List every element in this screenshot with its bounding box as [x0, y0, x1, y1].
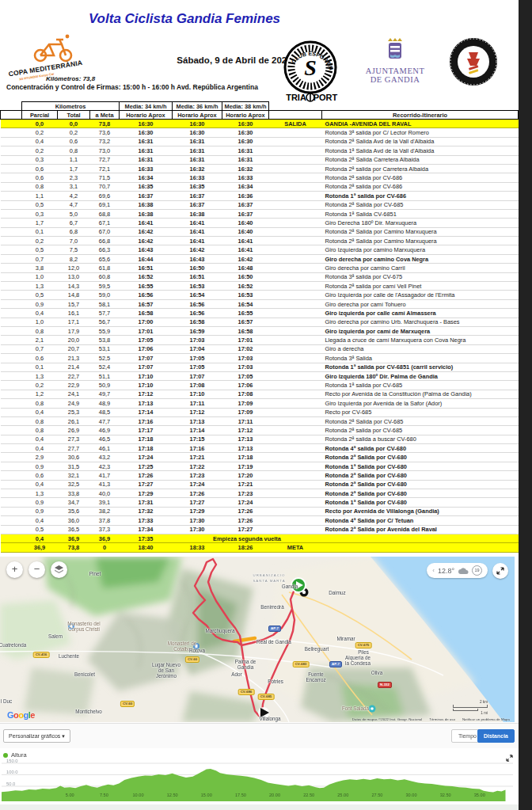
- google-logo[interactable]: Google: [7, 710, 35, 720]
- x-axis-tick: 20.00: [269, 793, 280, 797]
- layers-icon: [54, 565, 64, 575]
- air-quality-badge: 19: [472, 565, 482, 576]
- map-zoom-out-button[interactable]: −: [28, 561, 45, 578]
- table-row: 0,826,147,717:1617:1317:11Rotonda 2ª Sal…: [1, 416, 519, 425]
- table-row: 0,536,537,317:3417:3017:27Rotonda 2ª Sal…: [1, 525, 519, 534]
- table-row: 0,935,638,217:3217:2917:26Recto por Aven…: [1, 507, 519, 515]
- map-zoom-in-button[interactable]: +: [6, 561, 23, 578]
- table-row: 1,322,751,117:1017:0717:05Giro Izquierda…: [1, 371, 519, 380]
- x-axis-tick: 30.00: [406, 793, 417, 797]
- map-place-label: Monasterio del Corpus Christi: [67, 622, 100, 633]
- route-map[interactable]: PinetURBANIZACIO SANTA MARTAGandiaDaimuz…: [0, 557, 515, 722]
- road-badge: N-332: [378, 682, 392, 688]
- total-kilometers: Kilómetros: 73,8: [46, 75, 95, 82]
- table-row: 0,934,739,117:3117:2717:24Rotonda 1ª Sal…: [1, 498, 519, 507]
- legend-color-dot: [3, 753, 8, 758]
- ajuntament-text-2: DE GANDIA: [363, 75, 428, 84]
- x-axis-tick: 32.50: [440, 793, 451, 797]
- roadbook-page: Volta Ciclista Gandia Femines COPA MEDIT…: [0, 0, 532, 810]
- report-problem-link[interactable]: Notificar un problema de Mapa: [462, 717, 510, 721]
- y-axis-tick: 100.0: [6, 770, 18, 774]
- map-labels-layer: PinetURBANIZACIO SANTA MARTAGandiaDaimuz…: [0, 557, 515, 722]
- col-total: Total: [58, 111, 90, 120]
- table-row: 0,27,066,816:4216:4116:41Rotonda 2ª Sali…: [1, 237, 519, 245]
- map-place-label: Lugar Nuevo de San Jerónimo: [152, 663, 180, 679]
- expand-arrows-icon: [496, 567, 504, 575]
- ajuntament-text-1: AJUNTAMENT: [363, 67, 428, 75]
- x-axis-tick: 10.00: [133, 793, 144, 797]
- map-place-label: Bellreguart: [305, 647, 329, 652]
- elevation-chart-panel: Altura 150.0100.050.0 5.007.5010.0012.50…: [0, 748, 519, 810]
- legend-label: Altura: [11, 751, 27, 759]
- x-axis-tick: 5.00: [66, 793, 74, 797]
- table-row: 1,013,060,816:5216:5116:50Rotonda 3ª sal…: [1, 272, 519, 281]
- table-header: Kilometros Media: 34 km/h Media: 36 km/h…: [1, 102, 519, 120]
- table-row: 2,120,053,817:0517:0317:01Llegada a cruc…: [1, 336, 519, 344]
- attribution-source: Datos de mapas ©2022 Inst. Geogr. Nacion…: [352, 717, 422, 721]
- sign-control-info: Concentración y Control de Firmas: 15:00…: [6, 83, 258, 91]
- map-fullscreen-button[interactable]: [492, 563, 508, 579]
- map-place-label: Villalonga: [259, 717, 280, 722]
- table-row: 0,35,068,816:3816:3816:37Rotonda 1ª Sali…: [1, 209, 519, 218]
- table-row: 36,973,8018:4018:3318:26META: [1, 543, 519, 552]
- map-place-label: Cuatretonda: [0, 643, 26, 648]
- table-row: 0,621,352,517:0717:0517:03Rotonda 3ª Sal…: [1, 354, 519, 363]
- table-row: 0,62,371,516:3416:3316:33Rotonda 2ª sali…: [1, 173, 519, 182]
- table-row: 0,416,157,716:5816:5616:55Giro izquierda…: [1, 309, 519, 318]
- table-row: 0,20,273,616:3016:3016:30Rotonda 3ª sali…: [1, 128, 519, 137]
- minus-icon: −: [34, 563, 40, 575]
- col-parcial: Parcial: [22, 111, 58, 120]
- table-row: 0,817,955,917:0116:5916:58Giro izquierda…: [1, 326, 519, 335]
- map-place-label: Oliva: [371, 671, 382, 676]
- x-axis-tick: 25.00: [337, 793, 348, 797]
- gandia-crest-icon: [383, 36, 407, 67]
- map-place-label: Benicolet: [74, 672, 95, 678]
- x-axis-tick: 7.50: [100, 793, 108, 797]
- map-place-label: Potries: [268, 679, 283, 685]
- col-horario-36: Horario Aprox: [173, 111, 222, 120]
- map-attribution: Datos de mapas ©2022 Inst. Geogr. Nacion…: [352, 717, 510, 721]
- table-row: 0,121,452,417:0717:0517:03Rotonda 1ª sal…: [1, 363, 519, 371]
- col-ameta: a Meta: [90, 111, 120, 120]
- table-row: 0,31,172,716:3116:3116:31Rotonda 2ª Sali…: [1, 155, 519, 164]
- chevron-left-icon[interactable]: ‹: [432, 567, 435, 574]
- weather-widget[interactable]: ‹ 12.8° 19: [427, 563, 488, 578]
- chart-controls-bar: Personalizar gráficos ▾ Tiempo Distancia: [0, 723, 519, 749]
- map-layers-button[interactable]: [51, 561, 67, 578]
- table-row: 0,78,265,616:4416:4316:42Giro derecha po…: [1, 254, 519, 263]
- map-place-label: Salem: [48, 634, 63, 640]
- table-row: 0,427,346,517:1817:1517:13Rotonda 2ª sal…: [1, 435, 519, 443]
- personalize-charts-button[interactable]: Personalizar gráficos ▾: [3, 729, 70, 743]
- route-schedule-table: Kilometros Media: 34 km/h Media: 36 km/h…: [0, 101, 519, 553]
- map-place-label: Marchuquera: [205, 629, 234, 634]
- temperature-value: 12.8°: [438, 567, 454, 575]
- chart-legend[interactable]: Altura: [3, 751, 27, 759]
- map-place-label: Montichelvo: [75, 709, 102, 715]
- plus-icon: +: [12, 563, 18, 575]
- x-axis-tick: 17.50: [235, 793, 246, 797]
- table-row: 1,333,840,017:2917:2617:23Rotonda 2ª Sal…: [1, 489, 519, 498]
- media34-header: Media: 34 km/h: [120, 102, 173, 111]
- map-place-label: l Duc: [1, 699, 12, 705]
- map-place-label: Ador: [231, 672, 241, 678]
- elevation-area-chart[interactable]: 150.0100.050.0 5.007.5010.0012.5015.0017…: [0, 759, 519, 806]
- table-row: 1,314,359,516:5516:5316:52Rotonda 2ª sal…: [1, 282, 519, 291]
- x-axis-tick: 27.50: [371, 793, 382, 797]
- col-horario-38: Horario Aprox: [222, 111, 269, 120]
- table-row: 1,017,156,717:0016:5816:57Giro derecha p…: [1, 318, 519, 326]
- col-horario-34: Horario Aprox: [120, 111, 173, 120]
- map-place-label: Alqueria de la Condesa: [345, 656, 370, 667]
- map-place-label: Gandia: [282, 584, 298, 590]
- road-badge: AP-7: [268, 626, 281, 632]
- road-badge: CV-60: [120, 701, 135, 707]
- table-row: 0,826,946,917:1717:1417:12Rotonda 2ª sal…: [1, 426, 519, 435]
- table-row: 0,427,746,117:1817:1617:13Rotonda 4ª sal…: [1, 444, 519, 453]
- map-place-label: Daimuz: [329, 591, 345, 596]
- table-row: 1,224,149,717:1217:1017:08Recto por Aven…: [1, 390, 519, 398]
- y-axis-tick: 50.0: [6, 781, 15, 786]
- terms-link[interactable]: Términos de uso: [429, 717, 455, 721]
- col-recorrido: Recorrido-Itinerario: [322, 111, 519, 120]
- media38-header: Media: 38 km/h: [222, 102, 269, 111]
- map-place-label: Monasteri de Cotalba: [168, 641, 196, 652]
- distancia-toggle-button[interactable]: Distancia: [477, 729, 515, 743]
